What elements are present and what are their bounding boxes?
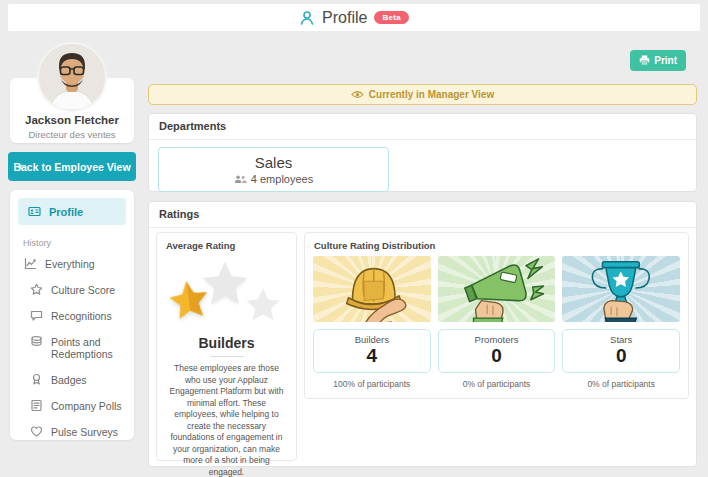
stat-participants: 100% of participants — [313, 379, 431, 389]
sidebar-item-label: Profile — [49, 206, 83, 218]
coins-icon — [30, 335, 43, 348]
chevron-left-icon: ‹ — [19, 160, 23, 172]
rating-stars-graphic — [157, 255, 296, 331]
megaphone-illustration — [438, 256, 556, 322]
sidebar-item-label: Points and Redemptions — [51, 336, 128, 360]
promoters-stat-box[interactable]: Promoters 0 — [438, 329, 556, 373]
stat-count: 4 — [314, 345, 430, 367]
heart-icon — [30, 425, 43, 438]
sidebar-item-points-redemptions[interactable]: Points and Redemptions — [10, 329, 134, 367]
hard-hat-illustration — [313, 256, 431, 322]
star-icon — [30, 283, 43, 296]
page-title: Profile — [322, 9, 367, 27]
sidebar-item-company-polls[interactable]: Company Polls — [10, 393, 134, 419]
sidebar-item-badges[interactable]: Badges — [10, 367, 134, 393]
distribution-col-promoters: Promoters 0 0% of participants — [438, 256, 556, 389]
stat-count: 0 — [439, 345, 555, 367]
distribution-title: Culture Rating Distribution — [305, 233, 688, 253]
sidebar-item-pulse-surveys[interactable]: Pulse Surveys — [10, 419, 134, 445]
history-section-label: History — [23, 238, 134, 248]
avatar — [39, 44, 105, 110]
stat-label: Promoters — [439, 334, 555, 345]
user-role: Directeur des ventes — [10, 129, 134, 140]
trophy-illustration — [562, 256, 680, 322]
sidebar-item-profile[interactable]: Profile — [18, 198, 126, 225]
banner-label: Currently in Manager View — [369, 89, 494, 100]
distribution-col-builders: Builders 4 100% of participants — [313, 256, 431, 389]
culture-rating-distribution-panel: Culture Rating Distribution — [304, 232, 689, 399]
stat-count: 0 — [563, 345, 679, 367]
sidebar-item-label: Everything — [45, 258, 95, 270]
beta-badge: Beta — [374, 11, 409, 24]
sidebar-item-label: Pulse Surveys — [51, 426, 118, 438]
sidebar-item-everything[interactable]: Everything — [10, 251, 134, 277]
gold-star-icon — [162, 274, 216, 328]
sidebar-item-label: Recognitions — [51, 310, 112, 322]
ratings-title: Ratings — [149, 202, 696, 228]
stat-label: Stars — [563, 334, 679, 345]
sidebar-item-label: Company Polls — [51, 400, 122, 412]
stat-participants: 0% of participants — [562, 379, 680, 389]
distribution-col-stars: Stars 0 0% of participants — [562, 256, 680, 389]
average-rating-description: These employees are those who use your A… — [157, 363, 296, 477]
employees-icon — [234, 174, 247, 184]
user-name: Jackson Fletcher — [10, 114, 134, 126]
chart-line-icon — [24, 257, 37, 270]
sidebar-item-culture-score[interactable]: Culture Score — [10, 277, 134, 303]
stat-participants: 0% of participants — [438, 379, 556, 389]
average-rating-level: Builders — [157, 335, 296, 351]
department-name: Sales — [255, 154, 293, 171]
ratings-card: Ratings Average Rating Builders These em… — [148, 201, 697, 467]
sidebar-menu: Profile History Everything Culture Score… — [10, 190, 134, 440]
sidebar-item-label: Culture Score — [51, 284, 115, 296]
manager-view-banner[interactable]: Currently in Manager View — [148, 84, 697, 105]
average-rating-panel: Average Rating Builders These employees … — [156, 232, 297, 461]
builders-stat-box[interactable]: Builders 4 — [313, 329, 431, 373]
print-button[interactable]: Print — [630, 50, 686, 71]
divider — [210, 356, 244, 357]
back-button-label: Back to Employee View — [13, 161, 130, 173]
sidebar-item-label: Badges — [51, 374, 87, 386]
gray-star-icon — [242, 285, 284, 327]
sidebar-item-recognitions[interactable]: Recognitions — [10, 303, 134, 329]
stat-label: Builders — [314, 334, 430, 345]
eye-icon — [351, 90, 364, 99]
department-sales-card[interactable]: Sales 4 employees — [158, 147, 389, 192]
profile-person-icon — [299, 10, 315, 26]
medal-icon — [30, 373, 43, 386]
average-rating-title: Average Rating — [157, 233, 296, 253]
poll-icon — [30, 399, 43, 412]
department-employee-count: 4 employees — [251, 173, 313, 185]
top-header: Profile Beta — [8, 4, 700, 31]
printer-icon — [639, 55, 650, 66]
departments-title: Departments — [149, 114, 696, 140]
speech-bubble-icon — [30, 309, 43, 322]
stars-stat-box[interactable]: Stars 0 — [562, 329, 680, 373]
id-card-icon — [28, 205, 41, 218]
back-to-employee-view-button[interactable]: ‹ Back to Employee View — [8, 152, 136, 181]
print-button-label: Print — [654, 55, 677, 66]
departments-card: Departments Sales 4 employees — [148, 113, 697, 192]
